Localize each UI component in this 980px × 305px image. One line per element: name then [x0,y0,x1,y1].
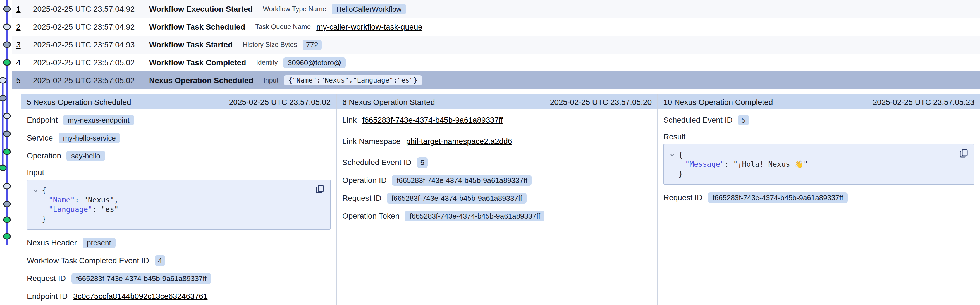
json-sep: : [92,205,101,213]
field-operation-token: Operation Token f665283f-743e-4374-b45b-… [342,210,652,222]
field-label: Request ID [27,274,66,283]
event-marker-7 [4,113,10,119]
event-row-4[interactable]: 4 2025-02-25 UTC 23:57:05.02 Workflow Ta… [12,54,980,71]
json-key: "Name" [49,196,75,204]
field-operation: Operation say-hello [27,149,331,162]
copy-button[interactable] [959,149,968,158]
event-time: 2025-02-25 UTC 23:57:05.02 [33,76,139,85]
json-open-brace: { [678,150,683,160]
event-time: 2025-02-25 UTC 23:57:04.92 [33,22,139,31]
event-time: 2025-02-25 UTC 23:57:05.02 [33,58,139,67]
field-label: Scheduled Event ID [663,115,733,124]
field-badge[interactable]: f665283f-743e-4374-b45b-9a61a89337ff [387,193,527,203]
panel-timestamp: 2025-02-25 UTC 23:57:05.23 [873,97,974,106]
field-badge[interactable]: 5 [738,115,749,125]
field-nexus-header: Nexus Header present [27,236,331,249]
event-attr-badge[interactable]: 772 [303,39,321,50]
event-input-badge[interactable]: {"Name":"Nexus","Language":"es"} [284,75,422,85]
event-id-link[interactable]: 4 [16,58,26,67]
event-time: 2025-02-25 UTC 23:57:04.92 [33,5,139,13]
panel-body: Link f665283f-743e-4374-b45b-9a61a89337f… [337,109,657,232]
panel-timestamp: 2025-02-25 UTC 23:57:05.02 [229,97,331,106]
field-request-id: Request ID f665283f-743e-4374-b45b-9a61a… [342,192,652,204]
field-label: Operation [27,151,61,160]
event-id-link[interactable]: 5 [16,76,26,85]
json-value: "Nexus", [83,196,118,204]
field-label: Endpoint [27,115,58,124]
field-label: Request ID [342,193,382,202]
event-time: 2025-02-25 UTC 23:57:04.93 [33,40,139,49]
json-key: "Message" [685,160,724,168]
event-row-3[interactable]: 3 2025-02-25 UTC 23:57:04.93 Workflow Ta… [12,36,980,54]
event-attr-badge[interactable]: HelloCallerWorkflow [332,4,406,14]
json-close-brace: } [668,169,968,179]
event-attr-label: Task Queue Name [255,23,311,31]
panel-title: 5 Nexus Operation Scheduled [27,97,131,106]
json-open-line: { [32,186,325,195]
field-badge[interactable]: f665283f-743e-4374-b45b-9a61a89337ff [708,192,848,203]
event-id-link[interactable]: 2 [16,22,26,31]
event-marker-9 [4,149,10,155]
namespace-link[interactable]: phil-target-namespace2.a2dd6 [406,137,512,145]
json-sep: : [75,196,83,204]
field-badge[interactable]: 5 [417,157,428,168]
field-endpoint-id: Endpoint ID 3c0c75ccfa8144b092c13ce63246… [27,290,331,302]
panel-timestamp: 2025-02-25 UTC 23:57:05.20 [550,97,652,106]
field-label: Request ID [663,193,703,202]
field-badge[interactable]: f665283f-743e-4374-b45b-9a61a89337ff [405,210,545,221]
task-queue-link[interactable]: my-caller-workflow-task-queue [317,22,422,31]
field-badge[interactable]: say-hello [67,150,105,161]
field-badge[interactable]: f665283f-743e-4374-b45b-9a61a89337ff [392,175,532,185]
chevron-down-icon[interactable] [670,152,675,158]
field-badge[interactable]: 4 [155,255,165,266]
event-history-table: 1 2025-02-25 UTC 23:57:04.92 Workflow Ex… [0,0,980,89]
json-key: "Language" [49,205,92,213]
event-attr-label: Workflow Type Name [263,5,326,13]
event-marker-14 [4,234,10,239]
event-attr-badge[interactable]: 30960@totoro@ [283,57,346,68]
field-link-namespace: Link Namespace phil-target-namespace2.a2… [342,135,652,147]
panel-title: 10 Nexus Operation Completed [663,97,773,106]
json-sep: : [724,160,733,168]
endpoint-id-link[interactable]: 3c0c75ccfa8144b092c13ce632463761 [73,292,207,300]
event-row-1[interactable]: 1 2025-02-25 UTC 23:57:04.92 Workflow Ex… [12,0,980,18]
field-badge[interactable]: my-nexus-endpoint [64,115,134,125]
json-entry: "Language": "es" [32,205,325,214]
field-label: Operation Token [342,211,399,220]
event-row-5-selected[interactable]: 5 2025-02-25 UTC 23:57:05.02 Nexus Opera… [12,71,980,89]
panel-header: 10 Nexus Operation Completed 2025-02-25 … [658,94,980,109]
copy-button[interactable] [315,185,325,193]
copy-icon [315,185,325,193]
field-link: Link f665283f-743e-4374-b45b-9a61a89337f… [342,114,652,126]
workflow-link[interactable]: f665283f-743e-4374-b45b-9a61a89337ff [362,115,503,124]
field-operation-id: Operation ID f665283f-743e-4374-b45b-9a6… [342,174,652,186]
event-name: Workflow Task Completed [149,58,246,67]
json-open-line: { [668,150,968,160]
event-marker-13 [4,217,10,223]
event-id-link[interactable]: 1 [16,5,26,13]
event-name: Workflow Task Scheduled [149,22,245,31]
field-badge[interactable]: my-hello-service [58,133,120,143]
event-name: Workflow Task Started [149,40,232,49]
panel-body: Scheduled Event ID 5 Result { "Message":… [658,109,980,213]
panel-nexus-operation-scheduled: 5 Nexus Operation Scheduled 2025-02-25 U… [21,94,336,305]
json-entry: "Name": "Nexus", [32,195,325,205]
panel-title: 6 Nexus Operation Started [342,97,435,106]
event-row-2[interactable]: 2 2025-02-25 UTC 23:57:04.92 Workflow Ta… [12,18,980,36]
event-attr-label: History Size Bytes [243,41,297,49]
field-label: Result [663,132,686,141]
chevron-down-icon[interactable] [33,188,38,193]
field-badge[interactable]: present [83,237,116,248]
field-label: Operation ID [342,175,387,185]
field-label: Endpoint ID [27,292,68,300]
event-marker-11 [4,183,10,189]
field-request-id: Request ID f665283f-743e-4374-b45b-9a61a… [663,191,974,204]
json-value: "es" [101,205,119,213]
event-id-link[interactable]: 3 [16,40,26,49]
panel-header: 6 Nexus Operation Started 2025-02-25 UTC… [337,94,657,109]
json-value: "¡Hola! Nexus 👋" [733,160,808,168]
field-badge[interactable]: f665283f-743e-4374-b45b-9a61a89337ff [72,273,211,283]
json-entry: "Message": "¡Hola! Nexus 👋" [668,160,968,169]
field-label: Scheduled Event ID [342,158,412,167]
event-marker-10 [0,165,6,171]
